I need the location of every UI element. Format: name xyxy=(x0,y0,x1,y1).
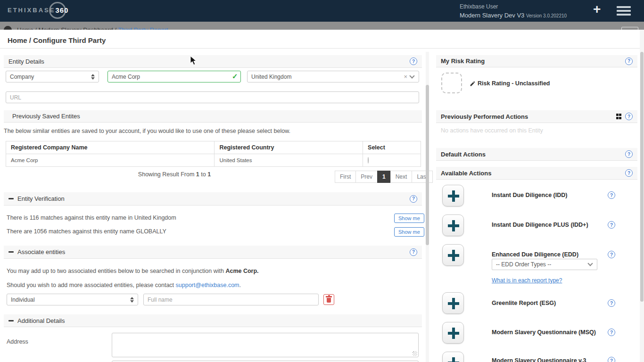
full-name-input[interactable] xyxy=(143,294,319,305)
pencil-icon[interactable] xyxy=(470,81,476,87)
match-count-global: There are 1056 matches against this enti… xyxy=(7,228,166,235)
section-additional-details: Additional Details xyxy=(4,314,422,327)
col-select: Select xyxy=(363,141,421,154)
section-my-risk-rating: My Risk Rating ? xyxy=(436,55,637,67)
logo-text: ETHIXBASE xyxy=(8,7,55,14)
help-icon[interactable]: ? xyxy=(608,191,615,199)
section-entity-verification: Entity Verification ? xyxy=(4,192,422,206)
associate-intro: You may add up to two associated entitie… xyxy=(7,268,259,274)
page-last[interactable]: Last xyxy=(412,171,433,183)
page-first[interactable]: First xyxy=(335,171,356,183)
app-name: Modern Slavery Dev V3 xyxy=(460,12,524,19)
table-row: Acme Corp United States xyxy=(6,154,421,167)
help-icon[interactable]: ? xyxy=(625,58,633,65)
help-icon[interactable]: ? xyxy=(608,251,615,258)
collapse-icon[interactable] xyxy=(8,198,14,199)
help-icon[interactable]: ? xyxy=(410,248,417,256)
saved-entities-table: Registered Company Name Registered Count… xyxy=(6,141,421,167)
resize-handle[interactable] xyxy=(413,351,417,356)
inner-scrollbar-track[interactable] xyxy=(426,52,429,362)
help-icon[interactable]: ? xyxy=(608,299,615,307)
address-textarea[interactable] xyxy=(112,333,419,357)
page-scrollbar-thumb[interactable] xyxy=(640,52,644,302)
add-idd-plus-button[interactable] xyxy=(442,214,464,236)
section-title: Entity Details xyxy=(8,58,44,65)
pagination: First Prev 1 Next Last xyxy=(335,171,433,183)
grid-view-icon[interactable] xyxy=(616,114,622,119)
help-icon[interactable]: ? xyxy=(608,329,615,336)
section-available-actions: Available Actions ? xyxy=(436,167,637,180)
help-icon[interactable]: ? xyxy=(410,58,417,65)
help-icon[interactable]: ? xyxy=(625,150,633,158)
divider xyxy=(0,48,644,49)
showing-results-text: Showing Result From 1 to 1 xyxy=(94,171,255,178)
section-title: Available Actions xyxy=(441,170,491,177)
help-icon[interactable]: ? xyxy=(608,221,615,229)
chevron-down-icon xyxy=(587,261,593,266)
associate-contact: Should you wish to add more associated e… xyxy=(7,282,241,288)
table-header-row: Registered Company Name Registered Count… xyxy=(6,141,421,154)
page-1[interactable]: 1 xyxy=(377,171,391,183)
report-type-link[interactable]: What is in each report type? xyxy=(492,277,562,284)
section-title: Entity Verification xyxy=(17,195,65,202)
add-msq-button[interactable] xyxy=(442,322,464,344)
entity-name-input[interactable] xyxy=(107,71,241,82)
user-name: Ethixbase User xyxy=(460,3,601,10)
risk-rating-box[interactable] xyxy=(441,73,462,93)
country-select[interactable]: United Kingdom × xyxy=(247,71,419,82)
action-label-msq-v3: Modern Slavery Questionnaire v.3 xyxy=(492,357,586,362)
top-navbar: ETHIXBASE360 Ethixbase User Modern Slave… xyxy=(0,0,644,22)
show-me-button[interactable]: Show me xyxy=(394,214,424,223)
select-radio[interactable] xyxy=(368,157,369,164)
section-title: Additional Details xyxy=(17,317,65,324)
app-version: Version 3.0.202210 xyxy=(526,13,567,18)
user-info: Ethixbase User Modern Slavery Dev V3 Ver… xyxy=(460,3,601,19)
url-input[interactable] xyxy=(6,91,419,103)
help-icon[interactable]: ? xyxy=(410,195,417,203)
breadcrumb: Home / Configure Third Party xyxy=(8,36,106,44)
section-title: My Risk Rating xyxy=(441,58,485,65)
col-company: Registered Company Name xyxy=(6,141,215,154)
section-entity-details: Entity Details ? xyxy=(4,55,422,68)
hidden-breadcrumb: Home / Modern Slavery Dashboard / Third … xyxy=(17,26,168,30)
action-label-idd-plus: Instant Due Diligence PLUS (IDD+) xyxy=(492,222,588,228)
help-icon[interactable]: ? xyxy=(608,357,615,362)
section-title: Previously Saved Entites xyxy=(12,113,80,120)
sort-arrows-icon xyxy=(130,297,134,303)
add-idd-button[interactable] xyxy=(442,185,464,206)
add-icon[interactable]: + xyxy=(593,2,601,17)
add-edd-button[interactable] xyxy=(442,244,464,266)
add-esg-button[interactable] xyxy=(442,292,464,314)
logo-360: 360 xyxy=(55,6,68,14)
address-label: Address xyxy=(7,338,28,345)
clear-icon[interactable]: × xyxy=(404,73,407,80)
no-actions-text: No actions have occurred on this Entity xyxy=(441,127,543,134)
hidden-help-icon xyxy=(4,26,12,30)
chevron-down-icon xyxy=(409,73,414,78)
risk-rating-label: Risk Rating - Unclassified xyxy=(470,80,550,87)
sort-arrows-icon xyxy=(91,74,95,80)
delete-associate-button[interactable] xyxy=(323,294,334,305)
cell-country: United States xyxy=(215,154,363,167)
page-scrollbar-track[interactable] xyxy=(640,30,644,362)
support-email-link[interactable]: support@ethixbase.com xyxy=(176,282,239,288)
trash-icon xyxy=(327,298,331,303)
ethixbase-logo[interactable]: ETHIXBASE360 xyxy=(8,6,68,14)
page-prev[interactable]: Prev xyxy=(355,171,378,183)
match-count-uk: There is 116 matches against this entity… xyxy=(7,214,176,221)
underlying-toolbar: Home / Modern Slavery Dashboard / Third … xyxy=(0,22,644,30)
show-me-button[interactable]: Show me xyxy=(394,227,424,237)
col-country: Registered Country xyxy=(215,141,363,154)
add-msq-v3-button[interactable] xyxy=(442,352,464,362)
collapse-icon[interactable] xyxy=(8,320,14,321)
menu-icon[interactable] xyxy=(617,6,631,17)
associate-type-select[interactable]: Individual xyxy=(7,294,138,305)
edd-order-types-select[interactable]: -- EDD Order Types -- xyxy=(492,259,597,270)
page-next[interactable]: Next xyxy=(390,171,413,183)
action-label-edd: Enhanced Due Diligence (EDD) xyxy=(492,251,578,258)
help-icon[interactable]: ? xyxy=(625,169,633,177)
help-icon[interactable]: ? xyxy=(625,113,633,120)
collapse-icon[interactable] xyxy=(8,251,14,253)
entity-type-select[interactable]: Company xyxy=(6,71,99,82)
inner-scrollbar-thumb[interactable] xyxy=(426,85,429,245)
